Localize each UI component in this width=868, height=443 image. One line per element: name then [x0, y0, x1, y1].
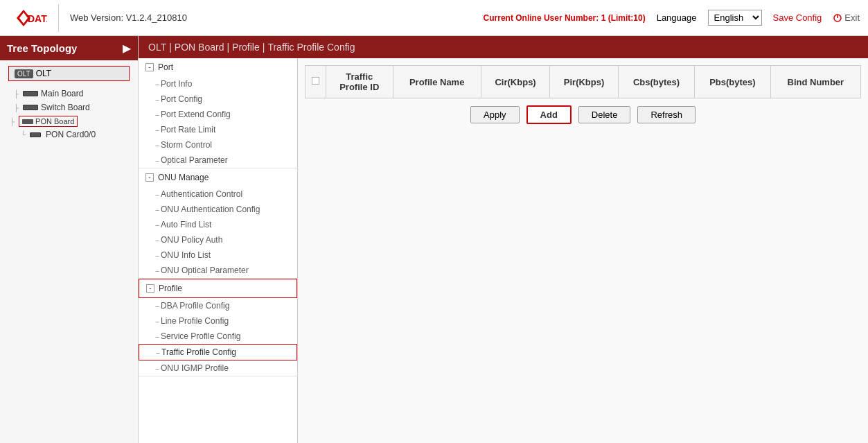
delete-button[interactable]: Delete	[578, 106, 631, 123]
sidebar: Tree Topology ▶ OLT OLT ├ Main Board ├ S…	[0, 36, 139, 443]
exit-button[interactable]: Exit	[833, 12, 860, 23]
profile-collapse-icon: -	[146, 284, 154, 293]
nav-service-profile[interactable]: Service Profile Config	[139, 329, 297, 344]
olt-icon: OLT	[15, 69, 33, 78]
col-cir: Cir(Kbps)	[481, 66, 549, 98]
sidebar-collapse-button[interactable]: ▶	[123, 42, 131, 55]
apply-button[interactable]: Apply	[470, 106, 520, 123]
middle-nav: - Port Port Info Port Config Port Extend…	[139, 58, 298, 443]
pon-board-item[interactable]: ├ PON Board	[0, 114, 138, 128]
refresh-button[interactable]: Refresh	[637, 106, 696, 123]
breadcrumb: OLT | PON Board | Profile | Traffic Prof…	[139, 36, 868, 58]
switch-board-label: Switch Board	[41, 103, 90, 112]
sidebar-title: Tree Topology	[7, 42, 77, 54]
pon-board-box: PON Board	[19, 116, 78, 127]
olt-container: OLT OLT	[0, 60, 138, 87]
breadcrumb-olt[interactable]: OLT	[148, 42, 166, 53]
main-board-icon	[23, 91, 38, 96]
col-pir: Pir(Kbps)	[550, 66, 618, 98]
nav-onu-optical-param[interactable]: ONU Optical Parameter	[139, 263, 297, 278]
main-layout: Tree Topology ▶ OLT OLT ├ Main Board ├ S…	[0, 36, 868, 443]
nav-port-config[interactable]: Port Config	[139, 92, 297, 107]
nav-optical-parameter[interactable]: Optical Parameter	[139, 153, 297, 168]
action-bar: Apply Add Delete Refresh	[305, 98, 861, 131]
onu-children: Authentication Control ONU Authenticatio…	[139, 186, 297, 278]
add-button[interactable]: Add	[526, 105, 572, 124]
nav-onu-info-list[interactable]: ONU Info List	[139, 247, 297, 263]
online-label: Current Online User Number:	[484, 13, 599, 23]
online-info: Current Online User Number: 1 (Limit:10)	[484, 13, 646, 23]
logo-area: DATA	[8, 4, 59, 32]
language-select[interactable]: English Chinese	[708, 10, 762, 26]
nav-port-rate-limit[interactable]: Port Rate Limit	[139, 122, 297, 137]
profile-children: DBA Profile Config Line Profile Config S…	[139, 298, 297, 376]
logo-icon: DATA	[8, 6, 47, 31]
breadcrumb-traffic-profile: Traffic Profile Config	[267, 42, 355, 53]
breadcrumb-sep3: |	[263, 42, 265, 53]
nav-dba-profile[interactable]: DBA Profile Config	[139, 298, 297, 313]
nav-section-port: - Port Port Info Port Config Port Extend…	[139, 58, 297, 168]
profile-label: Profile	[159, 284, 182, 293]
header-right: Current Online User Number: 1 (Limit:10)…	[484, 10, 860, 26]
content-body: - Port Port Info Port Config Port Extend…	[139, 58, 868, 443]
col-profile-name: Profile Name	[393, 66, 481, 98]
traffic-profile-table: Traffic Profile ID Profile Name Cir(Kbps…	[305, 65, 861, 98]
nav-section-onu-header[interactable]: - ONU Manage	[139, 168, 297, 186]
col-traffic-profile-id-label: Traffic	[346, 71, 373, 82]
nav-storm-control[interactable]: Storm Control	[139, 137, 297, 153]
pon-card-icon	[30, 132, 41, 137]
nav-section-onu: - ONU Manage Authentication Control ONU …	[139, 168, 297, 279]
language-label: Language	[657, 12, 697, 23]
content-area: OLT | PON Board | Profile | Traffic Prof…	[139, 36, 868, 443]
pon-card-item[interactable]: └ PON Card0/0	[0, 128, 138, 141]
pon-board-icon	[22, 119, 33, 124]
nav-port-extend-config[interactable]: Port Extend Config	[139, 107, 297, 122]
port-label: Port	[158, 62, 173, 72]
right-panel: Traffic Profile ID Profile Name Cir(Kbps…	[298, 58, 868, 443]
breadcrumb-profile[interactable]: Profile	[232, 42, 260, 53]
breadcrumb-sep1: |	[169, 42, 172, 53]
nav-line-profile[interactable]: Line Profile Config	[139, 313, 297, 329]
online-count: 1	[601, 13, 606, 23]
nav-auth-control[interactable]: Authentication Control	[139, 186, 297, 202]
svg-text:DATA: DATA	[28, 13, 47, 24]
onu-collapse-icon: -	[145, 173, 154, 182]
header: DATA Web Version: V1.2.4_210810 Current …	[0, 0, 868, 36]
main-board-item[interactable]: ├ Main Board	[0, 87, 138, 101]
breadcrumb-sep2: |	[227, 42, 229, 53]
pon-board-label: PON Board	[35, 117, 74, 125]
col-checkbox	[305, 66, 326, 98]
olt-item[interactable]: OLT OLT	[8, 66, 130, 81]
switch-board-item[interactable]: ├ Switch Board	[0, 101, 138, 114]
nav-onu-policy-auth[interactable]: ONU Policy Auth	[139, 232, 297, 247]
save-config-button[interactable]: Save Config	[773, 12, 822, 23]
col-traffic-profile-id-label2: Profile ID	[339, 82, 379, 92]
port-collapse-icon: -	[145, 63, 154, 71]
olt-label: OLT	[36, 69, 51, 78]
nav-traffic-profile[interactable]: Traffic Profile Config	[139, 344, 297, 361]
nav-section-profile-header[interactable]: - Profile	[139, 279, 297, 298]
nav-section-port-header[interactable]: - Port	[139, 58, 297, 76]
port-children: Port Info Port Config Port Extend Config…	[139, 76, 297, 168]
power-icon	[833, 13, 842, 23]
col-traffic-profile-id: Traffic Profile ID	[326, 66, 393, 98]
nav-port-info[interactable]: Port Info	[139, 76, 297, 92]
col-cbs: Cbs(bytes)	[618, 66, 694, 98]
nav-onu-igmp-profile[interactable]: ONU IGMP Profile	[139, 361, 297, 376]
select-all-checkbox[interactable]	[312, 77, 320, 85]
col-bind-number: Bind Number	[770, 66, 860, 98]
middle-nav-wrapper: - Port Port Info Port Config Port Extend…	[139, 58, 298, 443]
online-limit: (Limit:10)	[608, 13, 646, 23]
web-version-text: Web Version: V1.2.4_210810	[70, 12, 187, 23]
nav-section-profile: - Profile DBA Profile Config Line Profil…	[139, 279, 297, 376]
nav-onu-auth-config[interactable]: ONU Authentication Config	[139, 202, 297, 217]
main-board-label: Main Board	[41, 89, 83, 98]
sidebar-header: Tree Topology ▶	[0, 36, 138, 60]
switch-board-icon	[23, 105, 38, 110]
exit-label: Exit	[844, 12, 860, 23]
pon-card-label: PON Card0/0	[46, 130, 96, 139]
breadcrumb-pon-board[interactable]: PON Board	[175, 42, 224, 53]
col-pbs: Pbs(bytes)	[695, 66, 770, 98]
nav-auto-find-list[interactable]: Auto Find List	[139, 217, 297, 232]
onu-label: ONU Manage	[158, 173, 209, 182]
